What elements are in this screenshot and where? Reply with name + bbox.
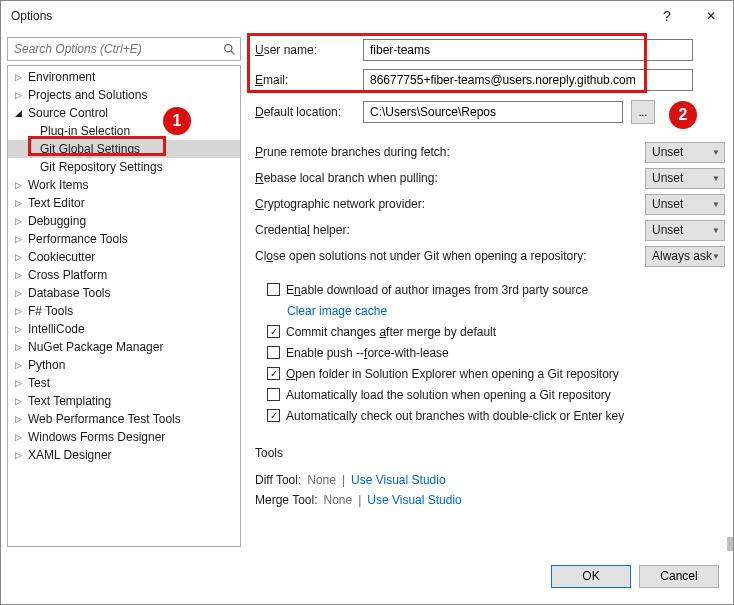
enable-download-checkbox[interactable] <box>267 283 280 296</box>
browse-button[interactable]: ... <box>631 100 655 124</box>
close-label: Close open solutions not under Git when … <box>255 249 637 263</box>
prune-label: Prune remote branches during fetch: <box>255 145 637 159</box>
chevron-down-icon: ▼ <box>712 148 720 157</box>
tree-nuget[interactable]: ▷NuGet Package Manager <box>8 338 240 356</box>
search-box[interactable] <box>7 37 241 61</box>
tree-environment[interactable]: ▷Environment <box>8 68 240 86</box>
diff-use-vs-link[interactable]: Use Visual Studio <box>351 473 446 487</box>
svg-point-0 <box>224 44 231 51</box>
tree-perf-tools[interactable]: ▷Performance Tools <box>8 230 240 248</box>
diff-tool-value: None <box>307 473 336 487</box>
tree-plugin-selection[interactable]: Plug-in Selection <box>8 122 240 140</box>
close-dropdown[interactable]: Always ask▼ <box>645 246 725 267</box>
close-button[interactable]: ✕ <box>689 1 733 31</box>
cred-label: Credential helper: <box>255 223 637 237</box>
help-button[interactable]: ? <box>645 1 689 31</box>
tree-python[interactable]: ▷Python <box>8 356 240 374</box>
tree-git-repo[interactable]: Git Repository Settings <box>8 158 240 176</box>
svg-line-1 <box>231 51 234 54</box>
open-folder-checkbox[interactable] <box>267 367 280 380</box>
chevron-down-icon: ▼ <box>712 200 720 209</box>
tree-source-control[interactable]: ◢Source Control <box>8 104 240 122</box>
ok-button[interactable]: OK <box>551 565 631 588</box>
scrollbar-thumb[interactable] <box>727 537 733 551</box>
enable-download-label: Enable download of author images from 3r… <box>286 283 588 297</box>
search-icon <box>218 38 240 60</box>
commit-after-checkbox[interactable] <box>267 325 280 338</box>
enable-push-checkbox[interactable] <box>267 346 280 359</box>
enable-push-label: Enable push --force-with-lease <box>286 346 449 360</box>
email-label: Email: <box>255 73 355 87</box>
window-title: Options <box>11 9 645 23</box>
clear-cache-link[interactable]: Clear image cache <box>287 304 387 318</box>
options-tree[interactable]: ▷Environment ▷Projects and Solutions ◢So… <box>7 65 241 547</box>
rebase-label: Rebase local branch when pulling: <box>255 171 637 185</box>
tree-intellicode[interactable]: ▷IntelliCode <box>8 320 240 338</box>
tree-test[interactable]: ▷Test <box>8 374 240 392</box>
tree-templating[interactable]: ▷Text Templating <box>8 392 240 410</box>
default-loc-label: Default location: <box>255 105 355 119</box>
rebase-dropdown[interactable]: Unset▼ <box>645 168 725 189</box>
auto-load-label: Automatically load the solution when ope… <box>286 388 611 402</box>
username-input[interactable] <box>363 39 693 61</box>
tree-winforms[interactable]: ▷Windows Forms Designer <box>8 428 240 446</box>
tree-git-global[interactable]: Git Global Settings <box>8 140 240 158</box>
merge-use-vs-link[interactable]: Use Visual Studio <box>367 493 462 507</box>
diff-tool-label: Diff Tool: <box>255 473 301 487</box>
tree-xaml[interactable]: ▷XAML Designer <box>8 446 240 464</box>
tree-debugging[interactable]: ▷Debugging <box>8 212 240 230</box>
tree-cookiecutter[interactable]: ▷Cookiecutter <box>8 248 240 266</box>
chevron-down-icon: ▼ <box>712 226 720 235</box>
tools-header: Tools <box>255 446 725 460</box>
open-folder-label: Open folder in Solution Explorer when op… <box>286 367 619 381</box>
email-input[interactable] <box>363 69 693 91</box>
cancel-button[interactable]: Cancel <box>639 565 719 588</box>
tree-text-editor[interactable]: ▷Text Editor <box>8 194 240 212</box>
tree-webperf[interactable]: ▷Web Performance Test Tools <box>8 410 240 428</box>
crypto-label: Cryptographic network provider: <box>255 197 637 211</box>
crypto-dropdown[interactable]: Unset▼ <box>645 194 725 215</box>
tree-projects[interactable]: ▷Projects and Solutions <box>8 86 240 104</box>
chevron-down-icon: ▼ <box>712 252 720 261</box>
cred-dropdown[interactable]: Unset▼ <box>645 220 725 241</box>
tree-work-items[interactable]: ▷Work Items <box>8 176 240 194</box>
auto-checkout-label: Automatically check out branches with do… <box>286 409 624 423</box>
username-label: User name: <box>255 43 355 57</box>
default-loc-input[interactable] <box>363 101 623 123</box>
prune-dropdown[interactable]: Unset▼ <box>645 142 725 163</box>
merge-tool-label: Merge Tool: <box>255 493 317 507</box>
auto-checkout-checkbox[interactable] <box>267 409 280 422</box>
tree-db-tools[interactable]: ▷Database Tools <box>8 284 240 302</box>
auto-load-checkbox[interactable] <box>267 388 280 401</box>
commit-after-label: Commit changes after merge by default <box>286 325 496 339</box>
search-input[interactable] <box>8 42 218 56</box>
tree-cross-plat[interactable]: ▷Cross Platform <box>8 266 240 284</box>
tree-fsharp[interactable]: ▷F# Tools <box>8 302 240 320</box>
chevron-down-icon: ▼ <box>712 174 720 183</box>
merge-tool-value: None <box>323 493 352 507</box>
